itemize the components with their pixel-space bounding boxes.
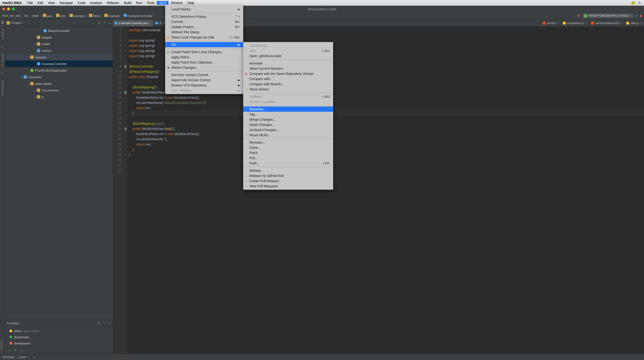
- collapse-icon[interactable]: ⇲: [98, 322, 100, 325]
- gutter-mark[interactable]: [123, 85, 128, 90]
- chevron-down-icon[interactable]: ▾: [22, 21, 24, 24]
- menu-item[interactable]: Refresh File Status: [165, 29, 243, 35]
- add-terminal-icon[interactable]: ＋: [32, 355, 36, 359]
- menu-item[interactable]: ↓Pull...: [243, 156, 333, 161]
- editor-tab[interactable]: commonHead.html×: [589, 20, 624, 26]
- stop-icon[interactable]: ■: [640, 14, 642, 18]
- tree-row[interactable]: ▾static.assets: [5, 80, 112, 87]
- menu-item[interactable]: Fetch: [243, 150, 333, 156]
- toolwindow-tab[interactable]: 0: Commit: [1, 53, 4, 67]
- menu-item[interactable]: ↓Update Project...⌘T: [165, 24, 243, 29]
- menu-item[interactable]: Get from Version Control...: [165, 72, 243, 77]
- gutter-mark[interactable]: [123, 137, 128, 142]
- favorite-item[interactable]: Bookmarks: [5, 334, 112, 340]
- breadcrumb-item[interactable]: src: [24, 14, 28, 17]
- gutter-mark[interactable]: [123, 157, 128, 163]
- gutter-mark[interactable]: [123, 43, 128, 48]
- tree-row[interactable]: BoardController: [5, 27, 112, 34]
- code-line[interactable]: return mv;: [129, 105, 644, 111]
- menu-item[interactable]: ↑Push...⇧⌘K: [243, 161, 333, 166]
- close-tab-icon[interactable]: ×: [150, 21, 151, 25]
- menu-item[interactable]: Browse VCS Repository▶: [165, 83, 243, 88]
- gutter-mark[interactable]: [123, 79, 128, 85]
- menu-refactor[interactable]: Refactor: [104, 1, 122, 5]
- code-line[interactable]: [129, 168, 644, 173]
- tree-twistie[interactable]: ▸: [34, 96, 37, 98]
- gutter-mark[interactable]: [123, 53, 128, 59]
- menu-item[interactable]: Open .git/info/exclude: [243, 53, 333, 59]
- code-line[interactable]: ModelAndView mv = new ModelAndView();: [129, 95, 644, 100]
- favorite-item[interactable]: Breakpoints: [5, 340, 112, 346]
- menu-file[interactable]: File: [25, 1, 35, 5]
- collapse-icon[interactable]: ⇲: [98, 21, 100, 24]
- menu-item[interactable]: Clone...: [243, 145, 333, 150]
- chevron-down-icon[interactable]: ▾: [630, 14, 631, 17]
- menu-help[interactable]: Help: [185, 1, 196, 5]
- run-toolbar[interactable]: ⚒ FRONTFORES5APPLICATION ▾ ⟳ ■: [577, 13, 642, 18]
- breadcrumb-item[interactable]: main: [32, 14, 39, 17]
- breadcrumb-item[interactable]: demo: [89, 14, 100, 18]
- gutter-mark[interactable]: [123, 147, 128, 152]
- zoom-icon[interactable]: [12, 7, 15, 10]
- menu-item[interactable]: ▦Show Local Changes as UML⌥⇧⌘D: [165, 35, 243, 40]
- menu-item[interactable]: Local History▶: [165, 6, 243, 12]
- tree-row[interactable]: ▸js: [5, 94, 112, 100]
- gutter-mark[interactable]: [123, 131, 128, 137]
- tree-row[interactable]: ▾example: [5, 54, 112, 60]
- toolwindow-glyph[interactable]: ✓: [1, 45, 4, 49]
- code-line[interactable]: ModelAndView mv = new ModelAndView();: [129, 131, 644, 137]
- breadcrumb-item[interactable]: example: [70, 14, 85, 18]
- menu-item[interactable]: Import into Version Control▶: [165, 77, 243, 83]
- breadcrumb-item[interactable]: com: [56, 14, 66, 18]
- menu-view[interactable]: View: [46, 1, 57, 5]
- editor-tab[interactable]: ExampleController.java×: [113, 20, 153, 26]
- hide-icon[interactable]: —: [108, 21, 111, 24]
- menu-item[interactable]: VCS Operations Popup...⌃V: [165, 14, 243, 19]
- menu-item[interactable]: ↑Commit...⌘K: [165, 19, 243, 24]
- code-line[interactable]: @GetMapping("test"): [129, 121, 644, 126]
- project-tree[interactable]: BoardControllermapper▸modelservice▾examp…: [5, 26, 112, 320]
- code-line[interactable]: }: [129, 152, 644, 157]
- menu-tools[interactable]: Tools: [144, 1, 157, 5]
- code-line[interactable]: mv.setViewName("views/example/component"…: [129, 100, 644, 105]
- add-icon[interactable]: ＋: [8, 349, 11, 353]
- menu-build[interactable]: Build: [122, 1, 134, 5]
- project-panel-header[interactable]: Project ▾ ⇲ ⋮ —: [5, 19, 112, 26]
- gutter-mark[interactable]: [123, 95, 128, 100]
- code-line[interactable]: }: [129, 111, 644, 116]
- close-tab-icon[interactable]: ×: [557, 21, 559, 25]
- tree-row[interactable]: mapper: [5, 34, 112, 41]
- breadcrumb[interactable]: front_for_es5›src›main›java›com›example›…: [2, 14, 152, 18]
- menu-item[interactable]: ◧Compare with the Same Repository Versio…: [243, 71, 333, 76]
- gutter-mark[interactable]: [123, 116, 128, 121]
- build-icon[interactable]: ⚒: [577, 14, 580, 18]
- close-tab-icon[interactable]: ×: [620, 21, 622, 25]
- remove-icon[interactable]: —: [21, 349, 24, 353]
- gutter-marks[interactable]: 🍃🍃🍃: [123, 26, 128, 354]
- gutter-mark[interactable]: [123, 74, 128, 79]
- tree-row[interactable]: service: [5, 47, 112, 54]
- menu-navigate[interactable]: Navigate: [57, 1, 75, 5]
- menu-item[interactable]: ○Rebase my GitHub fork: [243, 173, 333, 178]
- menu-edit[interactable]: Edit: [35, 1, 46, 5]
- menu-item[interactable]: ○Create Pull Request: [243, 178, 333, 183]
- hide-icon[interactable]: —: [108, 322, 111, 325]
- tree-twistie[interactable]: ▸: [34, 43, 37, 45]
- gutter-mark[interactable]: 🍃: [123, 64, 128, 69]
- tree-row[interactable]: ▸model: [5, 41, 112, 47]
- sidebar-footer[interactable]: ＋ ✎ —: [5, 347, 112, 354]
- breadcrumb-item[interactable]: example: [104, 14, 120, 18]
- menu-item[interactable]: ⎇Branches...: [243, 107, 333, 112]
- more-icon[interactable]: ⋮: [103, 322, 106, 325]
- tree-twistie[interactable]: ▾: [27, 82, 30, 85]
- breadcrumb-item[interactable]: java: [43, 14, 52, 18]
- menu-item[interactable]: ◔Show History: [243, 87, 333, 92]
- gutter-mark[interactable]: [123, 152, 128, 157]
- toolwindow-glyph[interactable]: ▦: [1, 20, 4, 24]
- tree-twistie[interactable]: ▾: [27, 56, 30, 59]
- menu-item[interactable]: Compare with...: [243, 76, 333, 81]
- gutter-mark[interactable]: [123, 105, 128, 111]
- tree-row[interactable]: FrontForEs5Application: [5, 67, 112, 74]
- window-controls[interactable]: [2, 7, 15, 10]
- code-line[interactable]: [129, 163, 644, 168]
